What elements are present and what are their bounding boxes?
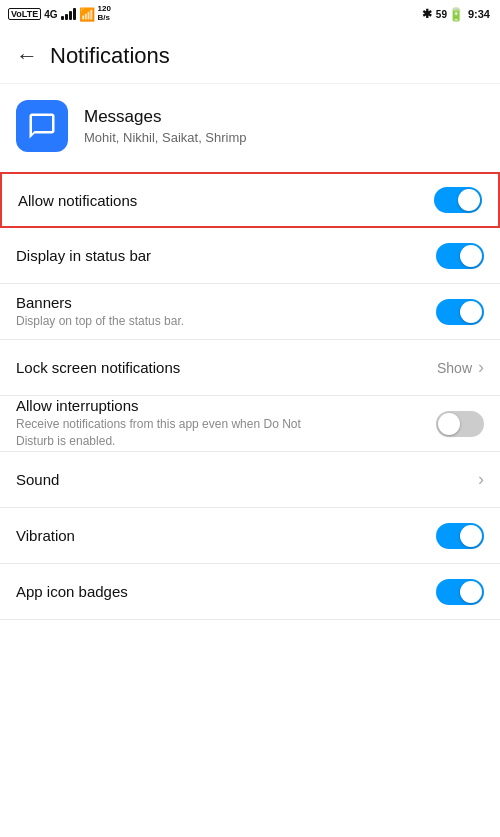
app-subtitle: Mohit, Nikhil, Saikat, Shrimp bbox=[84, 130, 247, 145]
bluetooth-icon: ✱ bbox=[422, 7, 432, 21]
setting-item-allow-notifications[interactable]: Allow notifications bbox=[0, 172, 500, 228]
app-details: Messages Mohit, Nikhil, Saikat, Shrimp bbox=[84, 107, 247, 145]
status-left: VoLTE 4G 📶 120 B/s bbox=[8, 5, 111, 23]
messages-icon bbox=[27, 111, 57, 141]
label-allow-interruptions: Allow interruptions bbox=[16, 397, 316, 414]
setting-item-sound[interactable]: Sound› bbox=[0, 452, 500, 508]
setting-item-display-status-bar[interactable]: Display in status bar bbox=[0, 228, 500, 284]
wifi-icon: 📶 bbox=[79, 7, 95, 22]
app-icon bbox=[16, 100, 68, 152]
status-bar: VoLTE 4G 📶 120 B/s ✱ 59 🔋 9:34 bbox=[0, 0, 500, 28]
label-lock-screen: Lock screen notifications bbox=[16, 359, 180, 376]
toggle-app-icon-badges[interactable] bbox=[436, 579, 484, 605]
setting-item-app-icon-badges[interactable]: App icon badges bbox=[0, 564, 500, 620]
toolbar: ← Notifications bbox=[0, 28, 500, 84]
toggle-allow-interruptions[interactable] bbox=[436, 411, 484, 437]
toggle-allow-notifications[interactable] bbox=[434, 187, 482, 213]
app-name: Messages bbox=[84, 107, 247, 127]
desc-banners: Display on top of the status bar. bbox=[16, 313, 184, 330]
status-right: ✱ 59 🔋 9:34 bbox=[422, 7, 490, 22]
desc-allow-interruptions: Receive notifications from this app even… bbox=[16, 416, 316, 450]
label-app-icon-badges: App icon badges bbox=[16, 583, 128, 600]
chevron-icon-sound: › bbox=[478, 469, 484, 490]
network-speed-unit: B/s bbox=[98, 14, 111, 23]
battery-symbol: 🔋 bbox=[448, 7, 464, 22]
setting-item-allow-interruptions[interactable]: Allow interruptionsReceive notifications… bbox=[0, 396, 500, 452]
setting-item-lock-screen[interactable]: Lock screen notificationsShow› bbox=[0, 340, 500, 396]
label-sound: Sound bbox=[16, 471, 59, 488]
back-button[interactable]: ← bbox=[16, 45, 38, 67]
clock: 9:34 bbox=[468, 8, 490, 20]
label-display-status-bar: Display in status bar bbox=[16, 247, 151, 264]
label-banners: Banners bbox=[16, 294, 184, 311]
signal-4g: 4G bbox=[44, 9, 57, 20]
battery-icon: 59 🔋 bbox=[436, 7, 464, 22]
toggle-vibration[interactable] bbox=[436, 523, 484, 549]
app-info-section: Messages Mohit, Nikhil, Saikat, Shrimp bbox=[0, 84, 500, 168]
signal-strength-icon bbox=[61, 8, 76, 20]
setting-item-banners[interactable]: BannersDisplay on top of the status bar. bbox=[0, 284, 500, 340]
label-allow-notifications: Allow notifications bbox=[18, 192, 137, 209]
toggle-banners[interactable] bbox=[436, 299, 484, 325]
setting-item-vibration[interactable]: Vibration bbox=[0, 508, 500, 564]
settings-list: Allow notificationsDisplay in status bar… bbox=[0, 172, 500, 620]
chevron-icon-lock-screen: › bbox=[478, 357, 484, 378]
label-vibration: Vibration bbox=[16, 527, 75, 544]
toggle-display-status-bar[interactable] bbox=[436, 243, 484, 269]
volte-indicator: VoLTE bbox=[8, 8, 41, 20]
battery-level: 59 bbox=[436, 9, 447, 20]
page-title: Notifications bbox=[50, 43, 170, 69]
value-lock-screen: Show bbox=[437, 360, 472, 376]
